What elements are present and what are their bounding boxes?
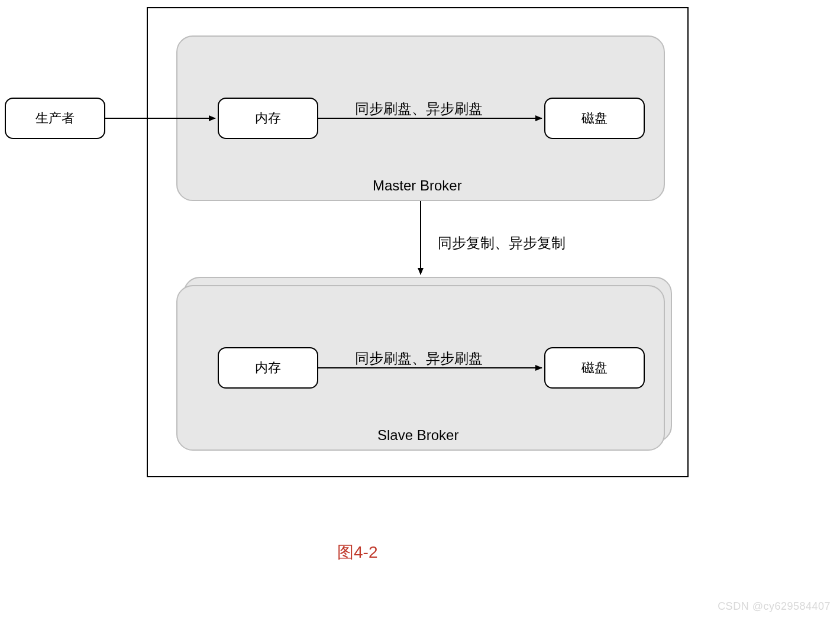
watermark: CSDN @cy629584407 [718,600,831,613]
master-disk-node: 磁盘 [544,98,645,139]
master-memory-node: 内存 [218,98,318,139]
slave-broker-label: Slave Broker [377,427,458,444]
master-flush-label: 同步刷盘、异步刷盘 [355,99,483,118]
producer-label: 生产者 [35,109,75,127]
replication-label: 同步复制、异步复制 [438,234,566,253]
slave-disk-label: 磁盘 [581,359,608,377]
diagram-stage: Master Broker Slave Broker 生产者 内存 磁盘 内存 … [0,0,840,621]
slave-memory-node: 内存 [218,347,318,389]
figure-caption: 图4-2 [337,541,377,564]
slave-flush-label: 同步刷盘、异步刷盘 [355,349,483,368]
master-disk-label: 磁盘 [581,109,608,127]
master-memory-label: 内存 [255,109,281,127]
slave-memory-label: 内存 [255,359,281,377]
master-broker-label: Master Broker [373,177,462,194]
producer-node: 生产者 [5,98,105,139]
slave-disk-node: 磁盘 [544,347,645,389]
